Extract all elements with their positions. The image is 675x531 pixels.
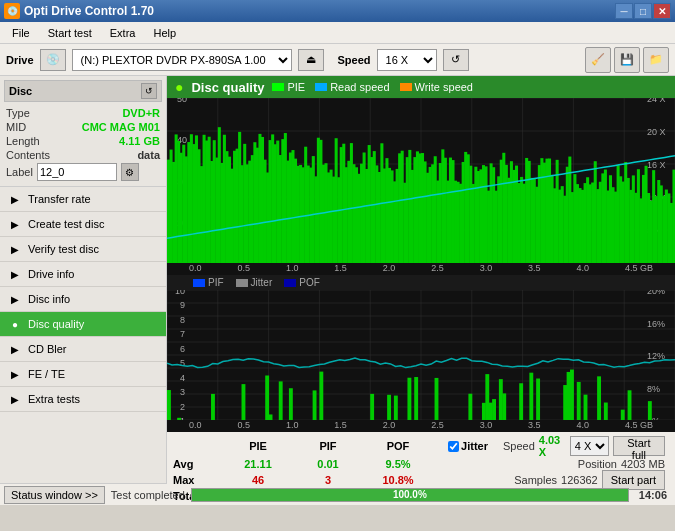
- disc-type-value: DVD+R: [122, 107, 160, 119]
- sidebar-item-create-test-disc[interactable]: ▶ Create test disc: [0, 212, 166, 237]
- eject-button[interactable]: ⏏: [298, 49, 324, 71]
- verify-test-disc-icon: ▶: [8, 242, 22, 256]
- disc-length-row: Length 4.11 GB: [4, 134, 162, 148]
- speed-display-label: Speed: [503, 440, 535, 452]
- sidebar-item-extra-tests[interactable]: ▶ Extra tests: [0, 387, 166, 412]
- progress-text: 100.0%: [393, 489, 427, 500]
- sidebar-item-transfer-rate[interactable]: ▶ Transfer rate: [0, 187, 166, 212]
- transfer-rate-icon: ▶: [8, 192, 22, 206]
- label-gear-btn[interactable]: ⚙: [121, 163, 139, 181]
- burn-button[interactable]: 💾: [614, 47, 640, 73]
- main-content: Disc ↺ Type DVD+R MID CMC MAG M01 Length…: [0, 76, 675, 483]
- speed-select[interactable]: 16 X: [377, 49, 437, 71]
- disc-label-input[interactable]: [37, 163, 117, 181]
- drive-icon-btn[interactable]: 💿: [40, 49, 66, 71]
- drive-info-icon: ▶: [8, 267, 22, 281]
- menu-extra[interactable]: Extra: [102, 25, 144, 41]
- samples-label: Samples: [514, 474, 557, 486]
- sidebar-item-disc-info[interactable]: ▶ Disc info: [0, 287, 166, 312]
- app-title: Opti Drive Control 1.70: [24, 4, 154, 18]
- maximize-button[interactable]: □: [634, 3, 652, 19]
- disc-contents-value: data: [137, 149, 160, 161]
- jitter-checkbox[interactable]: [448, 441, 459, 452]
- nav-label-verify-test-disc: Verify test disc: [28, 243, 99, 255]
- disc-contents-row: Contents data: [4, 148, 162, 162]
- legend-pie: PIE: [272, 81, 305, 93]
- header-pof: POF: [363, 440, 433, 452]
- disc-label-label: Label: [6, 166, 33, 178]
- extra-tests-icon: ▶: [8, 392, 22, 406]
- menu-start-test[interactable]: Start test: [40, 25, 100, 41]
- legend-read-speed: Read speed: [315, 81, 389, 93]
- create-test-disc-icon: ▶: [8, 217, 22, 231]
- drive-label: Drive: [6, 54, 34, 66]
- close-button[interactable]: ✕: [653, 3, 671, 19]
- stats-header-row: PIE PIF POF Jitter Speed 4.03 X 4 X Star…: [173, 434, 669, 458]
- nav-label-fe-te: FE / TE: [28, 368, 65, 380]
- avg-pof: 9.5%: [363, 458, 433, 470]
- bottom-legend: PIF Jitter POF: [167, 275, 675, 290]
- sidebar-item-drive-info[interactable]: ▶ Drive info: [0, 262, 166, 287]
- chart-header: ● Disc quality PIE Read speed Write spee…: [167, 76, 675, 98]
- title-bar-controls: ─ □ ✕: [615, 3, 671, 19]
- avg-pif: 0.01: [293, 458, 363, 470]
- status-time: 14:06: [635, 489, 671, 501]
- charts-wrapper: 0.00.51.01.52.02.53.03.54.04.5 GB PIF Ji…: [167, 98, 675, 432]
- bottom-chart-canvas: [167, 290, 675, 420]
- disc-header: Disc ↺: [4, 80, 162, 102]
- chart-legend: PIE Read speed Write speed: [272, 81, 473, 93]
- sidebar-item-verify-test-disc[interactable]: ▶ Verify test disc: [0, 237, 166, 262]
- position-label: Position: [578, 458, 617, 470]
- speed-select-display[interactable]: 4 X: [570, 436, 609, 456]
- max-label: Max: [173, 474, 223, 486]
- max-pof: 10.8%: [363, 474, 433, 486]
- disc-refresh-btn[interactable]: ↺: [141, 83, 157, 99]
- samples-value: 126362: [561, 474, 598, 486]
- refresh-button[interactable]: ↺: [443, 49, 469, 71]
- progress-bar-container: 100.0%: [191, 488, 629, 502]
- title-bar: 💿 Opti Drive Control 1.70 ─ □ ✕: [0, 0, 675, 22]
- nav-label-disc-info: Disc info: [28, 293, 70, 305]
- disc-section: Disc ↺ Type DVD+R MID CMC MAG M01 Length…: [0, 76, 166, 187]
- avg-label: Avg: [173, 458, 223, 470]
- sidebar-item-disc-quality[interactable]: ● Disc quality: [0, 312, 166, 337]
- disc-length-value: 4.11 GB: [119, 135, 160, 147]
- legend-pof-label: POF: [299, 277, 320, 288]
- nav-label-extra-tests: Extra tests: [28, 393, 80, 405]
- nav-label-cd-bler: CD Bler: [28, 343, 67, 355]
- disc-info-icon: ▶: [8, 292, 22, 306]
- header-jitter: Jitter: [433, 440, 503, 452]
- legend-jitter-label: Jitter: [251, 277, 273, 288]
- sidebar-item-cd-bler[interactable]: ▶ CD Bler: [0, 337, 166, 362]
- menu-bar: File Start test Extra Help: [0, 22, 675, 44]
- nav-label-transfer-rate: Transfer rate: [28, 193, 91, 205]
- start-full-button[interactable]: Start full: [613, 436, 665, 456]
- disc-type-row: Type DVD+R: [4, 106, 162, 120]
- progress-bar-fill: 100.0%: [192, 489, 628, 501]
- chart-title: Disc quality: [191, 80, 264, 95]
- status-text: Test completed: [111, 489, 185, 501]
- nav-label-disc-quality: Disc quality: [28, 318, 84, 330]
- stats-avg-row: Avg 21.11 0.01 9.5% Position 4203 MB: [173, 458, 669, 470]
- status-window-button[interactable]: Status window >>: [4, 486, 105, 504]
- top-chart-canvas: [167, 98, 675, 263]
- menu-help[interactable]: Help: [145, 25, 184, 41]
- bottom-x-axis: 0.00.51.01.52.02.53.03.54.04.5 GB: [167, 420, 675, 432]
- disc-label-row: Label ⚙: [4, 162, 162, 182]
- sidebar: Disc ↺ Type DVD+R MID CMC MAG M01 Length…: [0, 76, 167, 483]
- erase-button[interactable]: 🧹: [585, 47, 611, 73]
- sidebar-item-fe-te[interactable]: ▶ FE / TE: [0, 362, 166, 387]
- minimize-button[interactable]: ─: [615, 3, 633, 19]
- drive-select[interactable]: (N:) PLEXTOR DVDR PX-890SA 1.00: [72, 49, 292, 71]
- bottom-chart: [167, 290, 675, 420]
- disc-header-title: Disc: [9, 85, 32, 97]
- disc-mid-value: CMC MAG M01: [82, 121, 160, 133]
- top-chart: [167, 98, 675, 263]
- save-button[interactable]: 📁: [643, 47, 669, 73]
- drive-icons: 🧹 💾 📁: [585, 47, 669, 73]
- fe-te-icon: ▶: [8, 367, 22, 381]
- legend-write-speed-label: Write speed: [415, 81, 474, 93]
- disc-quality-icon: ●: [8, 317, 22, 331]
- legend-read-speed-label: Read speed: [330, 81, 389, 93]
- menu-file[interactable]: File: [4, 25, 38, 41]
